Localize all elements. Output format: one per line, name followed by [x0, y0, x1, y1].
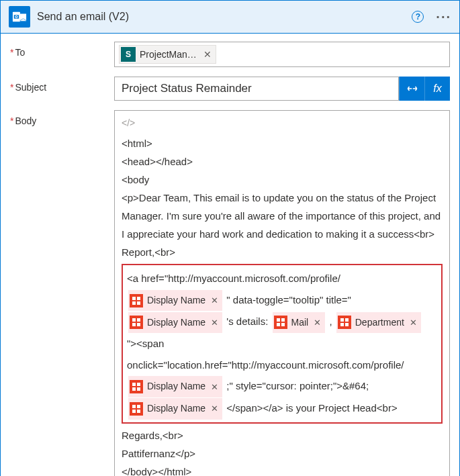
office-icon: [338, 316, 351, 329]
action-card: Send an email (V2) ? ··· *To S ProjectMa…: [0, 0, 460, 476]
token-display-name[interactable]: Display Name ✕: [128, 312, 222, 333]
outlook-icon: [9, 6, 30, 28]
svg-rect-22: [132, 387, 136, 391]
remove-icon[interactable]: ✕: [203, 49, 212, 60]
form-area: *To S ProjectMan… ✕ *Subject Project Sta…: [1, 34, 459, 476]
svg-rect-7: [137, 301, 140, 305]
remove-icon[interactable]: ✕: [211, 378, 218, 396]
office-icon: [130, 294, 143, 307]
svg-rect-4: [132, 297, 136, 300]
body-text: </span></a> is your Project Head<br>: [226, 402, 397, 414]
svg-rect-11: [137, 323, 140, 326]
svg-rect-18: [340, 323, 344, 326]
svg-rect-17: [345, 318, 349, 322]
subject-value: Project Status Remainder: [122, 82, 252, 95]
office-icon: [130, 316, 143, 329]
body-line: </body></html>: [122, 463, 443, 476]
body-text: "><span onclick="location.href="http://m…: [127, 338, 404, 371]
remove-icon[interactable]: ✕: [211, 291, 218, 310]
body-line: <p>Dear Team, This email is to update yo…: [122, 189, 443, 243]
body-line: Pattifernanz</p>: [122, 444, 443, 463]
highlight-frame: <a href="http://myaccount.microsoft.com/…: [122, 264, 443, 423]
office-icon: [130, 402, 143, 416]
svg-rect-23: [137, 387, 140, 391]
card-header[interactable]: Send an email (V2) ? ···: [1, 1, 459, 34]
to-field[interactable]: S ProjectMan… ✕: [114, 42, 450, 67]
svg-rect-9: [137, 318, 140, 322]
svg-rect-19: [345, 323, 349, 326]
to-label: *To: [10, 42, 114, 67]
more-icon[interactable]: ···: [436, 13, 451, 20]
token-display-name[interactable]: Display Name ✕: [128, 376, 222, 397]
to-row: *To S ProjectMan… ✕: [10, 42, 450, 67]
body-text: <a href="http://myaccount.microsoft.com/…: [127, 273, 340, 284]
svg-rect-14: [277, 323, 280, 326]
subject-row: *Subject Project Status Remainder fx: [10, 77, 450, 101]
svg-rect-5: [137, 297, 140, 300]
svg-rect-21: [137, 383, 140, 386]
svg-rect-26: [132, 410, 136, 413]
body-text: ;" style="cursor: pointer;">&#64;: [226, 380, 369, 391]
remove-icon[interactable]: ✕: [211, 314, 218, 332]
svg-rect-13: [281, 318, 285, 322]
token-display-name[interactable]: Display Name ✕: [128, 398, 222, 419]
body-label: *Body: [10, 110, 114, 476]
office-icon: [274, 316, 287, 329]
body-line: <body: [122, 171, 443, 189]
svg-rect-25: [137, 405, 140, 408]
svg-rect-8: [132, 318, 136, 322]
sharepoint-icon: S: [121, 47, 136, 62]
office-icon: [130, 380, 143, 393]
svg-rect-16: [340, 318, 344, 322]
svg-rect-10: [132, 323, 136, 326]
card-title: Send an email (V2): [37, 11, 129, 23]
token-department[interactable]: Department ✕: [336, 312, 421, 333]
dynamic-content-button[interactable]: [399, 77, 424, 101]
to-chip[interactable]: S ProjectMan… ✕: [119, 45, 216, 64]
remove-icon[interactable]: ✕: [314, 314, 321, 332]
body-field[interactable]: </> <html> <head></head> <body <p>Dear T…: [114, 110, 450, 476]
remove-icon[interactable]: ✕: [211, 399, 218, 418]
svg-rect-12: [277, 318, 280, 322]
expression-button[interactable]: fx: [424, 77, 450, 101]
svg-rect-20: [132, 383, 136, 386]
subject-label: *Subject: [10, 77, 114, 101]
svg-rect-27: [137, 410, 140, 413]
body-text: 's details:: [226, 316, 268, 327]
body-line: Report,<br>: [122, 243, 443, 261]
body-text: " data-toggle="tooltip" title=": [226, 294, 351, 305]
body-line: <html>: [122, 134, 443, 152]
svg-rect-6: [132, 301, 136, 305]
body-line: Regards,<br>: [122, 426, 443, 444]
body-text: ,: [329, 316, 332, 327]
subject-field[interactable]: Project Status Remainder: [114, 77, 399, 101]
svg-rect-24: [132, 405, 136, 408]
svg-rect-15: [281, 323, 285, 326]
to-chip-label: ProjectMan…: [140, 49, 197, 60]
svg-point-3: [15, 16, 17, 17]
help-icon[interactable]: ?: [412, 11, 424, 23]
body-row: *Body </> <html> <head></head> <body <p>…: [10, 110, 450, 476]
token-display-name[interactable]: Display Name ✕: [128, 290, 222, 311]
token-mail[interactable]: Mail ✕: [273, 312, 326, 333]
code-view-icon[interactable]: </>: [122, 115, 443, 132]
body-line: <head></head>: [122, 152, 443, 171]
remove-icon[interactable]: ✕: [410, 314, 417, 332]
